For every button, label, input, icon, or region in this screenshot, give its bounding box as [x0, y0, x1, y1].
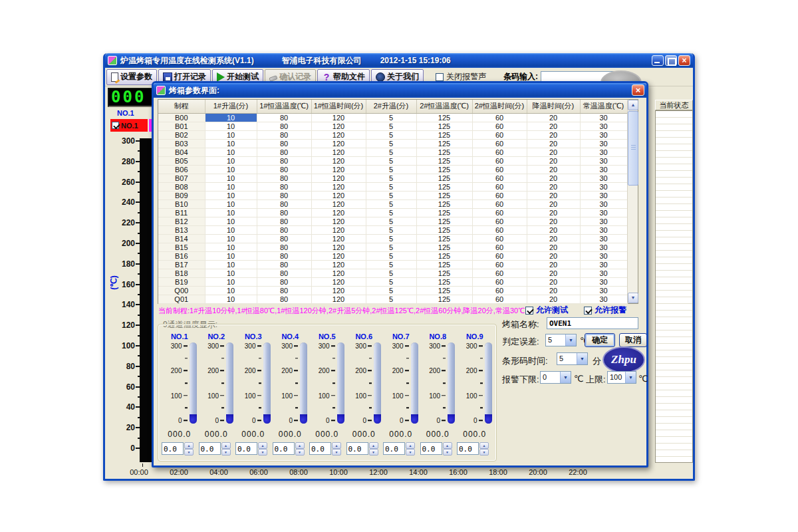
param-cell[interactable]: 125	[416, 251, 472, 260]
param-cell[interactable]: 125	[416, 295, 472, 303]
param-cell[interactable]: 5	[366, 200, 416, 208]
channel-setpoint-input[interactable]: 0.0	[309, 442, 331, 455]
param-cell[interactable]: 120	[311, 130, 366, 139]
spin-up-icon[interactable]	[295, 442, 305, 449]
param-cell[interactable]: 60	[472, 277, 527, 286]
param-cell[interactable]: 5	[366, 234, 416, 243]
scroll-up-icon[interactable]: ▲	[628, 100, 638, 110]
param-cell[interactable]: 60	[472, 269, 527, 277]
param-cell[interactable]: 30	[580, 208, 627, 217]
param-cell[interactable]: 80	[257, 200, 311, 208]
param-cell[interactable]: 10	[205, 130, 257, 139]
param-cell[interactable]: 125	[416, 260, 472, 269]
param-cell[interactable]: 5	[366, 122, 416, 130]
param-cell[interactable]: 20	[527, 251, 580, 260]
param-cell[interactable]: 80	[257, 208, 311, 217]
channel-setpoint-input[interactable]: 0.0	[346, 442, 368, 455]
param-cell[interactable]: 10	[205, 260, 257, 269]
param-cell[interactable]: 30	[580, 225, 627, 234]
minimize-button-icon[interactable]	[652, 55, 664, 66]
param-cell[interactable]: 20	[527, 295, 580, 303]
param-cell[interactable]: 120	[311, 165, 366, 174]
param-cell[interactable]: 80	[257, 286, 311, 295]
allow-alarm-checkbox-box[interactable]	[584, 307, 592, 315]
spin-up-icon[interactable]	[221, 442, 231, 449]
spin-up-icon[interactable]	[406, 442, 415, 449]
param-cell[interactable]: 120	[311, 277, 366, 286]
param-cell[interactable]: 10	[205, 113, 257, 122]
process-id-cell[interactable]: B10	[158, 200, 205, 208]
param-cell[interactable]: 120	[311, 243, 366, 251]
param-cell[interactable]: 80	[257, 234, 311, 243]
param-cell[interactable]: 80	[257, 277, 311, 286]
param-cell[interactable]: 80	[257, 225, 311, 234]
param-cell[interactable]: 125	[416, 148, 472, 156]
tolerance-dropdown[interactable]: 5	[545, 334, 577, 346]
param-cell[interactable]: 20	[527, 165, 580, 174]
dialog-close-button[interactable]: ×	[632, 84, 644, 96]
scroll-down-icon[interactable]: ▼	[628, 293, 638, 303]
param-cell[interactable]: 125	[416, 182, 472, 191]
channel-setpoint-input[interactable]: 0.0	[383, 442, 405, 455]
process-id-cell[interactable]: Q00	[158, 286, 205, 295]
param-cell[interactable]: 80	[257, 182, 311, 191]
param-cell[interactable]: 10	[205, 148, 257, 156]
param-cell[interactable]: 5	[366, 139, 416, 148]
param-cell[interactable]: 5	[366, 182, 416, 191]
process-id-cell[interactable]: B17	[158, 260, 205, 269]
param-cell[interactable]: 125	[416, 234, 472, 243]
param-cell[interactable]: 5	[366, 113, 416, 122]
param-cell[interactable]: 10	[205, 208, 257, 217]
chevron-down-icon[interactable]	[625, 372, 636, 383]
param-cell[interactable]: 30	[580, 139, 627, 148]
chevron-down-icon[interactable]	[565, 334, 576, 346]
process-id-cell[interactable]: B06	[158, 165, 205, 174]
param-cell[interactable]: 125	[416, 243, 472, 251]
channel-setpoint-input[interactable]: 0.0	[235, 442, 257, 455]
param-cell[interactable]: 125	[416, 165, 472, 174]
table-scrollbar[interactable]: ▲ ▼	[627, 100, 638, 303]
spin-up-icon[interactable]	[332, 442, 341, 449]
param-cell[interactable]: 20	[527, 243, 580, 251]
param-cell[interactable]: 60	[472, 286, 527, 295]
process-id-cell[interactable]: B16	[158, 251, 205, 260]
param-cell[interactable]: 5	[366, 191, 416, 200]
process-id-cell[interactable]: B03	[158, 139, 205, 148]
param-cell[interactable]: 125	[416, 156, 472, 165]
param-cell[interactable]: 125	[416, 208, 472, 217]
param-cell[interactable]: 60	[472, 225, 527, 234]
process-id-cell[interactable]: Q01	[158, 295, 205, 303]
param-cell[interactable]: 10	[205, 191, 257, 200]
param-cell[interactable]: 120	[311, 286, 366, 295]
param-cell[interactable]: 5	[366, 165, 416, 174]
param-cell[interactable]: 30	[580, 165, 627, 174]
param-cell[interactable]: 125	[416, 139, 472, 148]
param-cell[interactable]: 10	[205, 156, 257, 165]
param-cell[interactable]: 60	[472, 139, 527, 148]
param-cell[interactable]: 60	[472, 182, 527, 191]
param-cell[interactable]: 120	[311, 156, 366, 165]
param-cell[interactable]: 80	[257, 156, 311, 165]
param-cell[interactable]: 125	[416, 130, 472, 139]
param-cell[interactable]: 60	[472, 295, 527, 303]
spin-down-icon[interactable]	[479, 449, 489, 456]
process-id-cell[interactable]: B02	[158, 130, 205, 139]
param-cell[interactable]: 10	[205, 122, 257, 130]
param-cell[interactable]: 60	[472, 148, 527, 156]
param-cell[interactable]: 60	[472, 113, 527, 122]
channel-setpoint-input[interactable]: 0.0	[273, 442, 295, 455]
param-cell[interactable]: 120	[311, 269, 366, 277]
process-id-cell[interactable]: B13	[158, 225, 205, 234]
param-cell[interactable]: 20	[527, 174, 580, 182]
param-cell[interactable]: 125	[416, 200, 472, 208]
param-cell[interactable]: 125	[416, 277, 472, 286]
barcode-time-dropdown[interactable]: 5	[557, 352, 588, 365]
spin-down-icon[interactable]	[295, 449, 305, 456]
channel-1-checkbox[interactable]: NO.1	[110, 119, 148, 132]
param-cell[interactable]: 20	[527, 148, 580, 156]
param-cell[interactable]: 5	[366, 286, 416, 295]
param-cell[interactable]: 10	[205, 277, 257, 286]
param-cell[interactable]: 30	[580, 182, 627, 191]
process-id-cell[interactable]: B18	[158, 269, 205, 277]
channel-setpoint-input[interactable]: 0.0	[162, 442, 184, 455]
